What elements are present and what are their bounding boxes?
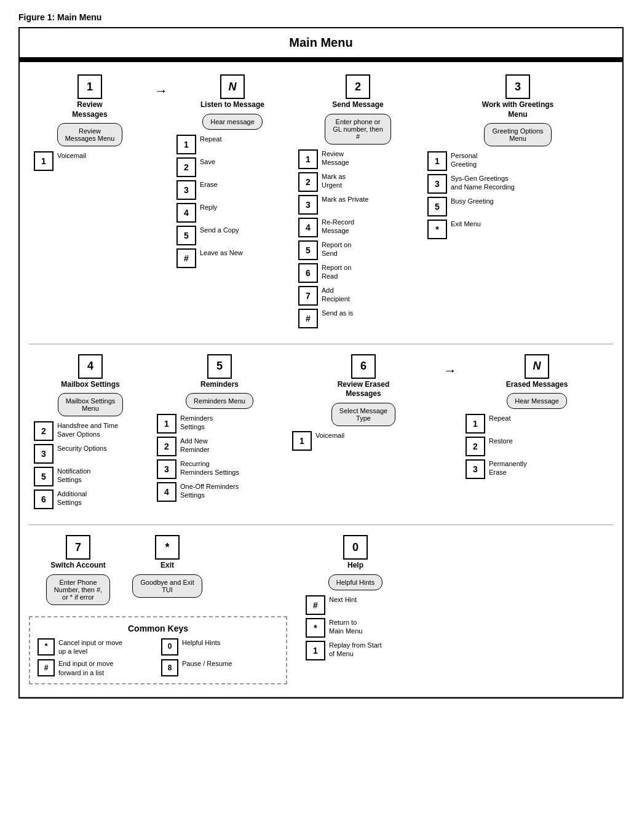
- key-box: 4: [298, 218, 318, 237]
- key-box: 1: [427, 151, 447, 171]
- menu-item: 3 Sys-Gen Greetingsand Name Recording: [427, 174, 608, 194]
- key-box: 7: [298, 286, 318, 306]
- key-n2-large: N: [525, 354, 549, 379]
- sectionN-title: Listen to Message: [176, 100, 288, 110]
- menu-item: 3 PermanentlyErase: [466, 459, 608, 479]
- key-box: #: [38, 659, 55, 676]
- key-2-large: 2: [346, 74, 370, 99]
- menu-item: 4 Reply: [176, 203, 288, 223]
- key-box: 2: [34, 421, 54, 441]
- menu-item: 3 Security Options: [34, 444, 147, 464]
- menu-item: 2 Save: [176, 157, 288, 177]
- section6-btn: Select MessageType: [331, 403, 395, 426]
- menu-item: 1 Repeat: [466, 414, 608, 434]
- menu-item: # Leave as New: [176, 248, 288, 268]
- menu-item: 1 PersonalGreeting: [427, 151, 608, 171]
- key-n-large: N: [220, 74, 245, 99]
- key-box: 1: [466, 414, 485, 434]
- menu-item: 1 Replay from Startof Menu: [306, 641, 405, 660]
- key-box: 2: [157, 437, 176, 456]
- menu-item: 4 One-Off RemindersSettings: [157, 482, 282, 502]
- section1-title: ReviewMessages: [34, 100, 146, 119]
- section0-btn: Helpful Hints: [328, 574, 382, 590]
- menu-item: 7 AddRecipient: [298, 286, 418, 306]
- key-box: 6: [298, 263, 318, 283]
- main-container: Main Menu 1 ReviewMessages ReviewMessage…: [18, 27, 624, 699]
- key-box: 2: [176, 157, 196, 177]
- key-box: 8: [161, 659, 178, 676]
- menu-item: 1 ReviewMessage: [298, 149, 418, 169]
- key-0-large: 0: [343, 535, 368, 560]
- arrow-6-to-n: →: [443, 363, 457, 379]
- key-box: 2: [466, 437, 485, 456]
- menu-item: 2 Mark asUrgent: [298, 172, 418, 192]
- common-key-item: 8 Pause / Resume: [161, 659, 279, 677]
- key-box: #: [298, 309, 318, 328]
- key-box: 5: [34, 467, 54, 486]
- key-box: *: [427, 220, 447, 239]
- menu-item: 5 NotificationSettings: [34, 467, 147, 486]
- key-box: 1: [157, 414, 176, 434]
- section2-btn: Enter phone orGL number, then#: [325, 114, 391, 145]
- key-4-large: 4: [78, 354, 103, 379]
- section2-title: Send Message: [298, 100, 418, 110]
- menu-item: 1 Voicemail: [34, 151, 146, 171]
- section0-title: Help: [306, 561, 405, 571]
- key-box: *: [306, 618, 325, 638]
- key-box: *: [38, 638, 55, 656]
- figure-title: Figure 1: Main Menu: [18, 12, 624, 22]
- menu-item: 5 Send a Copy: [176, 226, 288, 245]
- section6-title: Review ErasedMessages: [292, 380, 435, 399]
- common-key-item: 0 Helpful Hints: [161, 638, 279, 656]
- section3-title: Work with GreetingsMenu: [427, 100, 608, 119]
- key-box: 2: [298, 172, 318, 192]
- menu-item: 3 Mark as Private: [298, 195, 418, 215]
- menu-item: # Next Hint: [306, 595, 405, 615]
- key-box: 3: [157, 459, 176, 479]
- sectionN-btn: Hear message: [202, 114, 263, 130]
- section4-title: Mailbox Settings: [34, 380, 147, 390]
- menu-item: 3 RecurringReminders Settings: [157, 459, 282, 479]
- menu-item: 2 Restore: [466, 437, 608, 456]
- menu-item: 2 Handsfree and TimeSaver Options: [34, 421, 147, 441]
- section5-title: Reminders: [157, 380, 282, 390]
- menu-item: 1 RemindersSettings: [157, 414, 282, 434]
- key-5-large: 5: [207, 354, 232, 379]
- section7-title: Switch Account: [34, 561, 122, 571]
- menu-item: * Return toMain Menu: [306, 618, 405, 638]
- key-6-large: 6: [351, 354, 376, 379]
- section1-btn: ReviewMessages Menu: [57, 123, 123, 146]
- key-box: 4: [157, 482, 176, 502]
- key-box: 3: [176, 180, 196, 200]
- common-key-item: * Cancel input or moveup a level: [38, 638, 155, 656]
- key-box: 1: [306, 641, 325, 660]
- key-box: 5: [427, 197, 447, 216]
- key-box: 6: [34, 489, 54, 509]
- sectionStar-title: Exit: [132, 561, 202, 571]
- key-box: 3: [427, 174, 447, 194]
- key-3-large: 3: [505, 74, 530, 99]
- menu-item: 1 Voicemail: [292, 431, 435, 451]
- key-box: 3: [298, 195, 318, 215]
- key-box: 5: [176, 226, 196, 245]
- arrow-1-to-n: →: [154, 83, 168, 99]
- key-box: 1: [176, 135, 196, 154]
- section5-btn: Reminders Menu: [186, 393, 253, 409]
- key-star-large: *: [155, 535, 180, 560]
- key-box: 4: [176, 203, 196, 223]
- section7-btn: Enter PhoneNumber, then #,or * if error: [46, 574, 110, 605]
- common-key-item: # End input or moveforward in a list: [38, 659, 155, 677]
- key-box: 5: [298, 240, 318, 260]
- menu-item: 4 Re-RecordMessage: [298, 218, 418, 237]
- menu-item: # Send as is: [298, 309, 418, 328]
- menu-item: 6 Report onRead: [298, 263, 418, 283]
- menu-item: * Exit Menu: [427, 220, 608, 239]
- common-keys-title: Common Keys: [38, 624, 279, 633]
- main-menu-header: Main Menu: [20, 28, 622, 62]
- key-box: 3: [34, 444, 54, 464]
- sectionN2-title: Erased Messages: [466, 380, 608, 390]
- menu-item: 2 Add NewReminder: [157, 437, 282, 456]
- key-box: 1: [292, 431, 312, 451]
- menu-item: 5 Report onSend: [298, 240, 418, 260]
- key-1-large: 1: [77, 74, 102, 99]
